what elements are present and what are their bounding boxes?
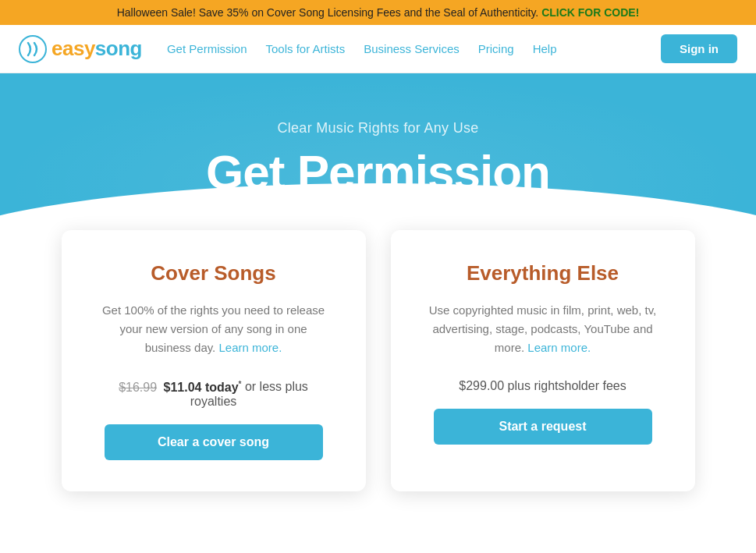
main-nav: Get Permission Tools for Artists Busines…: [167, 42, 661, 55]
everything-else-card: Everything Else Use copyrighted music in…: [391, 230, 695, 491]
cards-section: Cover Songs Get 100% of the rights you n…: [0, 230, 756, 537]
cover-songs-desc-text: Get 100% of the rights you need to relea…: [102, 303, 325, 354]
everything-else-learn-more[interactable]: Learn more.: [527, 341, 591, 354]
promo-banner: Halloween Sale! Save 35% on Cover Song L…: [0, 0, 756, 25]
clear-cover-song-button[interactable]: Clear a cover song: [105, 424, 323, 460]
hero-subtitle: Clear Music Rights for Any Use: [16, 120, 740, 136]
nav-get-permission[interactable]: Get Permission: [167, 42, 247, 55]
price-current: $11.04 today*: [164, 381, 245, 394]
sign-in-button[interactable]: Sign in: [661, 34, 737, 63]
price-original: $16.99: [119, 381, 157, 394]
site-header: easysong Get Permission Tools for Artist…: [0, 25, 756, 73]
everything-else-title: Everything Else: [428, 261, 658, 285]
logo-text: easysong: [51, 37, 142, 61]
everything-else-price: $299.00 plus rightsholder fees: [428, 379, 658, 393]
banner-text: Halloween Sale! Save 35% on Cover Song L…: [117, 6, 539, 19]
banner-cta[interactable]: CLICK FOR CODE!: [541, 6, 639, 19]
nav-business-services[interactable]: Business Services: [364, 42, 460, 55]
nav-tools-for-artists[interactable]: Tools for Artists: [266, 42, 346, 55]
everything-else-description: Use copyrighted music in film, print, we…: [428, 301, 658, 357]
svg-point-0: [20, 36, 46, 62]
hero-title: Get Permission: [16, 146, 740, 199]
cover-songs-description: Get 100% of the rights you need to relea…: [99, 301, 328, 357]
nav-help[interactable]: Help: [533, 42, 557, 55]
nav-pricing[interactable]: Pricing: [478, 42, 514, 55]
logo[interactable]: easysong: [19, 35, 142, 63]
cover-songs-title: Cover Songs: [99, 261, 328, 285]
cover-songs-card: Cover Songs Get 100% of the rights you n…: [62, 230, 366, 491]
start-request-button[interactable]: Start a request: [434, 409, 652, 445]
logo-icon: [19, 35, 47, 63]
cover-songs-learn-more[interactable]: Learn more.: [218, 341, 282, 354]
price-asterisk: *: [239, 379, 242, 388]
cover-songs-price: $16.99 $11.04 today* or less plus royalt…: [99, 379, 328, 408]
